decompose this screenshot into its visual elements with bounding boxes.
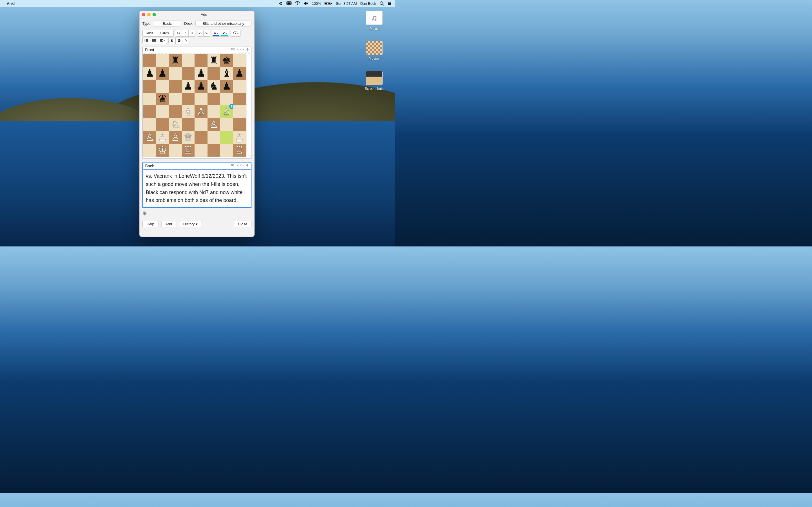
minimize-icon[interactable] bbox=[147, 13, 151, 16]
piece-d1: ♖ bbox=[184, 145, 193, 155]
control-center-icon[interactable] bbox=[388, 1, 392, 5]
piece-e6: ♟ bbox=[197, 81, 206, 91]
square-e1 bbox=[195, 144, 207, 157]
desktop-item-movies[interactable]: Movies bbox=[361, 41, 387, 61]
svg-rect-11 bbox=[331, 3, 332, 4]
add-button[interactable]: Add bbox=[161, 221, 176, 227]
maximize-icon[interactable] bbox=[153, 13, 156, 16]
svg-point-0 bbox=[281, 3, 281, 4]
piece-b5: ♛ bbox=[158, 94, 167, 104]
align-button[interactable]: ▾ bbox=[158, 37, 167, 44]
square-e3 bbox=[195, 118, 207, 131]
square-b6 bbox=[156, 80, 169, 93]
square-f6: ♞ bbox=[207, 80, 220, 93]
piece-f3: ♙ bbox=[209, 119, 218, 129]
display-icon[interactable] bbox=[287, 1, 292, 5]
square-c4 bbox=[169, 105, 182, 118]
square-h8 bbox=[233, 54, 246, 67]
square-h2: ♙ bbox=[233, 131, 246, 144]
square-h4 bbox=[233, 105, 246, 118]
square-g8: ♚ bbox=[220, 54, 233, 67]
square-g4: ♙?! bbox=[220, 105, 233, 118]
window-titlebar[interactable]: Add bbox=[140, 11, 254, 18]
bold-button[interactable]: B bbox=[175, 30, 182, 37]
svg-point-2 bbox=[282, 3, 282, 4]
eye-icon[interactable] bbox=[231, 47, 235, 52]
status-icon-1[interactable] bbox=[278, 1, 283, 5]
notetype-picker[interactable]: Basic bbox=[153, 20, 181, 26]
svg-point-23 bbox=[145, 41, 146, 42]
italic-button[interactable]: I bbox=[182, 30, 189, 37]
battery-icon[interactable] bbox=[324, 1, 333, 5]
equation-button[interactable]: fx bbox=[183, 37, 189, 44]
square-c1 bbox=[169, 144, 182, 157]
history-button[interactable]: History ▾ bbox=[179, 221, 202, 227]
html-icon[interactable]: </> bbox=[237, 163, 244, 168]
number-list-button[interactable] bbox=[150, 37, 158, 44]
attachment-button[interactable] bbox=[168, 37, 175, 44]
square-a1 bbox=[143, 144, 156, 157]
square-h6 bbox=[233, 80, 246, 93]
volume-icon[interactable] bbox=[303, 1, 308, 5]
superscript-button[interactable]: x2 bbox=[197, 30, 204, 37]
svg-point-38 bbox=[232, 48, 234, 50]
piece-g6: ♟ bbox=[222, 81, 231, 91]
menubar-user[interactable]: Dan Bock bbox=[360, 1, 376, 6]
back-label: Back bbox=[145, 164, 154, 168]
subscript-button[interactable]: x2 bbox=[204, 30, 210, 37]
close-icon[interactable] bbox=[142, 13, 145, 16]
piece-d4: ♗ bbox=[184, 107, 193, 117]
cards-button[interactable]: Cards... bbox=[158, 30, 174, 37]
square-b1: ♔ bbox=[156, 144, 169, 157]
pin-icon[interactable] bbox=[246, 47, 249, 52]
front-field[interactable]: ♜♜♚♟♟♟♝♟♟♟♞♟♛♗♙♙?!♘♙♙♙♙♕♙♔♖♖ ⤡ bbox=[142, 53, 252, 159]
square-e4: ♙ bbox=[195, 105, 207, 118]
back-field-header[interactable]: Back </> bbox=[142, 162, 252, 170]
bullet-list-button[interactable] bbox=[142, 37, 150, 44]
close-button[interactable]: Close bbox=[234, 221, 252, 227]
text-color-button[interactable]: A▾ bbox=[212, 30, 220, 37]
pin-icon[interactable] bbox=[246, 163, 249, 168]
desktop-item-screenshots[interactable]: Screenshots bbox=[361, 71, 387, 91]
svg-point-4 bbox=[281, 2, 282, 3]
deck-picker[interactable]: Blitz and other miscellany bbox=[195, 20, 252, 26]
square-d1: ♖ bbox=[182, 144, 195, 157]
piece-h2: ♙ bbox=[235, 132, 244, 143]
highlight-button[interactable]: ▾ bbox=[220, 30, 229, 37]
fields-button[interactable]: Fields... bbox=[142, 30, 158, 37]
app-name[interactable]: Anki bbox=[7, 1, 15, 6]
back-field[interactable]: vs. Vacrank in LoneWolf 5/12/2023. This … bbox=[142, 170, 252, 208]
record-button[interactable] bbox=[175, 37, 183, 44]
window-title: Add bbox=[156, 12, 252, 17]
svg-rect-8 bbox=[287, 3, 290, 4]
help-button[interactable]: Help bbox=[142, 221, 158, 227]
square-g3 bbox=[220, 118, 233, 131]
piece-f8: ♜ bbox=[209, 55, 218, 66]
eraser-button[interactable]: ▾ bbox=[231, 30, 241, 37]
piece-c2: ♙ bbox=[171, 132, 180, 143]
editor-toolbar: Fields... Cards... B I U x2 x2 A▾ ▾ ▾ bbox=[140, 29, 254, 37]
back-text[interactable]: vs. Vacrank in LoneWolf 5/12/2023. This … bbox=[143, 170, 251, 207]
resize-handle-icon[interactable]: ⤡ bbox=[248, 154, 251, 158]
wifi-icon[interactable] bbox=[295, 1, 300, 5]
square-g6: ♟ bbox=[220, 80, 233, 93]
menubar-clock[interactable]: Sun 8:57 AM bbox=[336, 1, 357, 6]
svg-point-19 bbox=[390, 3, 391, 4]
spotlight-icon[interactable] bbox=[379, 1, 384, 6]
type-label: Type bbox=[142, 21, 150, 25]
tags-field[interactable] bbox=[140, 210, 254, 219]
front-field-header[interactable]: Front </> bbox=[142, 46, 252, 53]
html-icon[interactable]: </> bbox=[238, 47, 244, 52]
svg-point-3 bbox=[280, 2, 281, 3]
underline-button[interactable]: U bbox=[189, 30, 195, 37]
square-f8: ♜ bbox=[207, 54, 220, 67]
eye-icon[interactable] bbox=[231, 163, 235, 168]
desktop-item-music[interactable]: Music bbox=[361, 11, 387, 31]
piece-g7: ♝ bbox=[222, 68, 231, 78]
square-d6: ♟ bbox=[182, 80, 195, 93]
svg-point-6 bbox=[281, 4, 282, 4]
square-b5: ♛ bbox=[156, 93, 169, 106]
square-d4: ♗ bbox=[182, 105, 195, 118]
square-g5 bbox=[220, 93, 233, 106]
square-c5 bbox=[169, 93, 182, 106]
